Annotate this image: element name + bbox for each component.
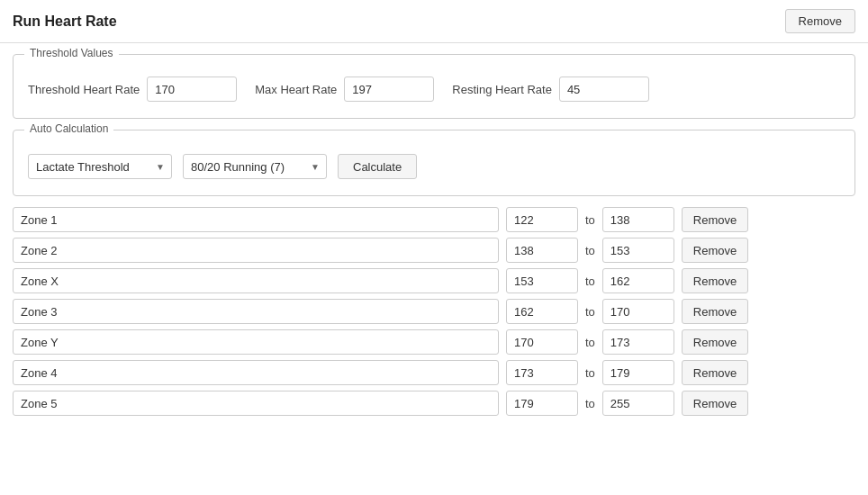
zone-to-input[interactable] [602,207,674,232]
remove-zone-button[interactable]: Remove [682,207,748,232]
page-header: Run Heart Rate Remove [0,0,868,43]
zone-to-label: to [585,244,595,257]
zone-name-input[interactable] [13,329,499,355]
page-title: Run Heart Rate [13,14,117,30]
remove-zone-button[interactable]: Remove [682,391,748,416]
remove-zone-button[interactable]: Remove [682,268,748,293]
threshold-heart-rate-input[interactable] [147,76,237,102]
zone-to-label: to [585,274,595,288]
max-heart-rate-label: Max Heart Rate [255,83,337,96]
zone-from-input[interactable] [506,238,578,263]
max-heart-rate-group: Max Heart Rate [255,76,434,102]
zone-from-input[interactable] [506,207,578,232]
zone-from-input[interactable] [506,360,578,385]
dropdown1-select[interactable]: Lactate Threshold Karvonen % Max HR [28,154,172,179]
zone-to-input[interactable] [602,329,674,355]
zone-name-input[interactable] [13,360,499,385]
remove-zone-button[interactable]: Remove [682,360,748,385]
zone-row: to Remove [13,360,855,385]
zone-row: to Remove [13,238,855,263]
zone-from-input[interactable] [506,299,578,324]
zone-row: to Remove [13,329,855,355]
auto-calc-section-label: Auto Calculation [24,122,113,135]
resting-heart-rate-input[interactable] [559,76,649,102]
resting-heart-rate-label: Resting Heart Rate [452,83,552,96]
zone-name-input[interactable] [13,268,499,293]
threshold-section: Threshold Values Threshold Heart Rate Ma… [13,54,855,119]
zone-to-input[interactable] [602,360,674,385]
max-heart-rate-input[interactable] [344,76,434,102]
zone-to-label: to [585,213,595,227]
zone-row: to Remove [13,207,855,232]
dropdown2-wrapper: 80/20 Running (7) 5 Zone 3 Zone ▼ [183,154,327,179]
zone-row: to Remove [13,299,855,324]
zone-to-label: to [585,305,595,319]
remove-zone-button[interactable]: Remove [682,238,748,263]
zone-name-input[interactable] [13,391,499,416]
dropdown2-select[interactable]: 80/20 Running (7) 5 Zone 3 Zone [183,154,327,179]
zone-name-input[interactable] [13,238,499,263]
remove-zone-button[interactable]: Remove [682,299,748,324]
zone-to-input[interactable] [602,238,674,263]
zone-to-label: to [585,397,595,410]
threshold-row: Threshold Heart Rate Max Heart Rate Rest… [28,76,840,102]
zone-to-label: to [585,336,595,349]
resting-heart-rate-group: Resting Heart Rate [452,76,649,102]
zone-to-input[interactable] [602,268,674,293]
remove-main-button[interactable]: Remove [785,9,855,33]
remove-zone-button[interactable]: Remove [682,329,748,355]
zone-to-input[interactable] [602,299,674,324]
zone-from-input[interactable] [506,268,578,293]
zone-to-label: to [585,366,595,380]
zone-row: to Remove [13,268,855,293]
threshold-heart-rate-label: Threshold Heart Rate [28,83,140,96]
calculate-button[interactable]: Calculate [338,154,417,179]
zone-name-input[interactable] [13,299,499,324]
threshold-section-label: Threshold Values [24,47,119,59]
zone-name-input[interactable] [13,207,499,232]
auto-calc-row: Lactate Threshold Karvonen % Max HR ▼ 80… [28,154,840,179]
threshold-heart-rate-group: Threshold Heart Rate [28,76,237,102]
zone-from-input[interactable] [506,391,578,416]
auto-calc-section: Auto Calculation Lactate Threshold Karvo… [13,130,855,196]
zone-to-input[interactable] [602,391,674,416]
zone-row: to Remove [13,391,855,416]
zones-section: to Remove to Remove to Remove to Remove … [13,207,855,416]
zone-from-input[interactable] [506,329,578,355]
dropdown1-wrapper: Lactate Threshold Karvonen % Max HR ▼ [28,154,172,179]
